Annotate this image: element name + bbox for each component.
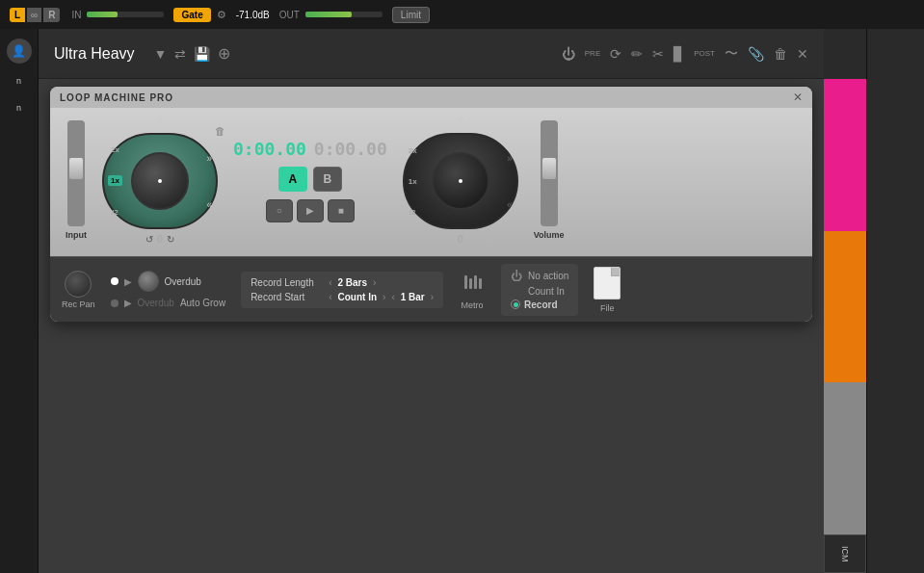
close-icon[interactable]: ✕ — [797, 46, 808, 62]
transport-buttons: ○ ▶ ■ — [266, 199, 355, 222]
nav-icon-1[interactable]: n — [7, 71, 32, 91]
save-icon[interactable]: 💾 — [194, 46, 210, 62]
input-fader-track[interactable] — [67, 120, 85, 226]
delete-a-icon[interactable]: 🗑 — [215, 125, 225, 137]
count-in-btn[interactable]: Count In — [528, 286, 565, 297]
loop-b-label: B — [456, 116, 464, 129]
btn-chain[interactable]: ∞ — [27, 8, 41, 22]
timer-display: 0:00.00 0:00.00 — [233, 139, 387, 159]
clip-icon[interactable]: 📎 — [748, 46, 764, 62]
count-in-row: Count In — [511, 286, 568, 297]
btn-r[interactable]: R — [43, 8, 60, 22]
speed-arrows-right-b: » « — [507, 135, 513, 227]
auto-grow-arrow: ▶ — [124, 298, 132, 308]
btn-l[interactable]: L — [10, 8, 25, 22]
btn-b[interactable]: B — [313, 167, 342, 192]
power-icon[interactable]: ⏻ — [562, 46, 575, 62]
btn-a[interactable]: A — [278, 167, 307, 192]
gate-button[interactable]: Gate — [173, 8, 210, 22]
settings-icon[interactable]: ⚙ — [217, 9, 226, 21]
overdub-dim-label: Overdub — [138, 298, 174, 308]
file-icon[interactable] — [594, 267, 620, 300]
record-start-next[interactable]: › — [431, 292, 434, 302]
top-bar: L ∞ R IN Gate ⚙ -71.0dB OUT Limit — [0, 0, 924, 29]
dropdown-arrow[interactable]: ▼ — [154, 46, 168, 62]
timer-a: 0:00.00 — [233, 139, 306, 159]
trash-icon[interactable]: 🗑 — [774, 46, 787, 62]
color-pink — [824, 79, 866, 231]
limit-button[interactable]: Limit — [392, 7, 430, 23]
arrow-right-slow-b[interactable]: « — [507, 199, 513, 210]
redo-a-icon[interactable]: ↻ — [167, 234, 174, 245]
loop-a-knob-area: 2x 1x /2 » « — [102, 133, 218, 229]
right-panel: ICM — [824, 29, 866, 573]
record-start-row: Record Start ‹ Count In › ‹ 1 Bar › — [251, 292, 434, 302]
right-header-space — [824, 29, 866, 79]
arrow-right-fast-b[interactable]: » — [507, 153, 513, 164]
rec-pan-knob[interactable] — [65, 271, 92, 298]
stop-transport-btn[interactable]: ■ — [328, 199, 355, 222]
in-meter — [87, 12, 164, 17]
metro-icon[interactable] — [459, 270, 486, 297]
wave-icon[interactable]: 〜 — [725, 45, 738, 63]
record-start-prev[interactable]: ‹ — [329, 292, 331, 302]
record-radio-row: Record — [511, 300, 568, 310]
plugin-window: LOOP MACHINE PRO ✕ Input A — [50, 87, 812, 322]
counter-b-value: 0 — [458, 233, 463, 245]
volume-fader-track[interactable] — [541, 120, 558, 226]
shuffle-icon[interactable]: ⇄ — [174, 46, 186, 62]
speed-2x-a[interactable]: 2x — [111, 145, 119, 154]
counter-a-value: 0 — [157, 233, 163, 245]
record-settings: Record Length ‹ 2 Bars › Record Start ‹ … — [241, 272, 443, 308]
nav-icon-2[interactable]: n — [7, 98, 32, 117]
metro-label: Metro — [462, 300, 484, 310]
record-length-row: Record Length ‹ 2 Bars › — [251, 277, 434, 288]
input-fader: Input — [66, 120, 87, 240]
no-action-label: No action — [528, 271, 568, 281]
loop-b-dial[interactable] — [432, 152, 489, 210]
record-length-next[interactable]: › — [373, 277, 376, 288]
record-start-prev2[interactable]: ‹ — [391, 292, 394, 302]
volume-fader-thumb[interactable] — [542, 158, 556, 179]
speed-half-a[interactable]: /2 — [112, 208, 119, 217]
arrow-right-slow-a[interactable]: « — [206, 199, 212, 210]
file-section: File — [594, 267, 620, 313]
record-transport-btn[interactable]: ○ — [266, 199, 293, 222]
content-area: Ultra Heavy ▼ ⇄ 💾 ⊕ ⏻ PRE ⟳ ✏ ✂ ▊ POST 〜… — [39, 29, 824, 573]
file-label: File — [600, 303, 615, 313]
auto-grow-row: ▶ Overdub Auto Grow — [111, 298, 226, 308]
arrow-right-fast-a[interactable]: » — [206, 153, 212, 164]
bars-icon[interactable]: ▊ — [673, 46, 684, 62]
record-option-label: Record — [524, 300, 557, 310]
auto-grow-label: Auto Grow — [180, 298, 225, 308]
plugin-main: Input A 🗑 2x 1x /2 — [50, 108, 812, 256]
undo-a-icon[interactable]: ↺ — [145, 234, 153, 245]
record-start-mid[interactable]: › — [383, 292, 385, 302]
add-icon[interactable]: ⊕ — [218, 44, 230, 63]
pencil-icon[interactable]: ✏ — [631, 46, 643, 62]
plugin-close-button[interactable]: ✕ — [793, 91, 803, 104]
svg-rect-2 — [474, 275, 477, 289]
loop-a-dial[interactable] — [131, 152, 189, 210]
record-start-label: Record Start — [251, 292, 323, 302]
power-icon-rec[interactable]: ⏻ — [511, 270, 522, 283]
loop-icon[interactable]: ⟳ — [610, 46, 621, 62]
speed-half-b[interactable]: /2 — [409, 208, 416, 217]
speed-2x-b[interactable]: 2x — [409, 146, 417, 155]
speed-arrows-right-a: » « — [206, 135, 212, 227]
out-meter — [305, 12, 383, 17]
out-label: OUT — [279, 10, 300, 20]
scissors-icon[interactable]: ✂ — [652, 46, 664, 62]
play-transport-btn[interactable]: ▶ — [297, 199, 324, 222]
bottom-controls: Rec Pan ▶ Overdub ▶ Overdub Auto Grow — [50, 256, 812, 322]
pre-icon: PRE — [585, 49, 600, 58]
user-avatar[interactable]: 👤 — [7, 39, 32, 64]
speed-1x-b[interactable]: 1x — [409, 177, 417, 186]
input-fader-thumb[interactable] — [69, 158, 83, 179]
overdub-knob[interactable] — [138, 271, 159, 292]
track-name: Ultra Heavy — [54, 45, 135, 63]
record-radio[interactable] — [511, 300, 520, 309]
rec-pan-label: Rec Pan — [62, 300, 95, 309]
speed-1x-a[interactable]: 1x — [108, 175, 122, 186]
record-length-prev[interactable]: ‹ — [329, 277, 331, 288]
